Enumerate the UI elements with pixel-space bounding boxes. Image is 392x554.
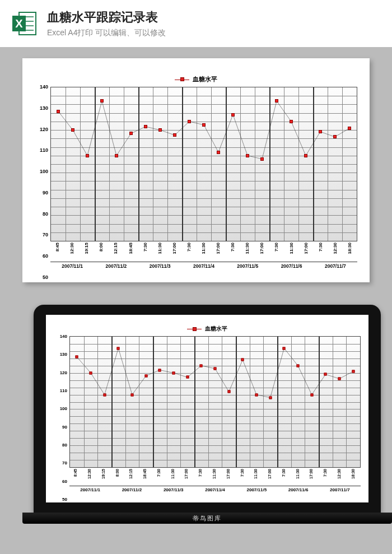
- x-group-label: 2007/11/1: [69, 486, 111, 492]
- data-marker: [319, 130, 322, 133]
- data-marker: [217, 151, 220, 154]
- x-group-label: 2007/11/7: [314, 262, 357, 269]
- page-title: 血糖水平跟踪记录表: [47, 9, 381, 26]
- x-group-label: 2007/11/3: [138, 262, 182, 269]
- x-tick: 7:30: [240, 469, 246, 477]
- x-tick: 18:30: [347, 243, 353, 254]
- x-tick: 8:45: [73, 469, 79, 477]
- y-tick: 110: [60, 388, 67, 393]
- x-tick: 18:30: [351, 469, 357, 479]
- x-tick: 8:45: [55, 243, 60, 252]
- data-marker: [324, 373, 327, 376]
- data-marker: [304, 154, 307, 157]
- legend-marker-icon: [175, 77, 189, 82]
- x-tick: 17:00: [268, 469, 273, 479]
- x-tick: 7:30: [157, 469, 162, 477]
- data-marker: [90, 371, 92, 374]
- x-tick: 17:00: [184, 469, 190, 479]
- excel-icon: X: [11, 10, 38, 37]
- data-marker: [338, 378, 341, 380]
- x-group-label: 2007/11/2: [111, 486, 152, 492]
- data-marker: [310, 393, 313, 396]
- data-marker: [214, 367, 217, 370]
- plot-main: 8:4512:3019:158:0012:1518:457:3011:3017:…: [50, 87, 357, 277]
- data-marker: [144, 125, 147, 128]
- data-line: [51, 87, 357, 241]
- data-marker: [173, 133, 176, 137]
- data-marker: [103, 393, 106, 396]
- x-tick: 11:30: [157, 243, 163, 254]
- x-tick: 11:30: [212, 469, 218, 479]
- x-tick: 19:15: [84, 243, 90, 254]
- data-marker: [117, 347, 120, 350]
- x-tick: 11:30: [245, 243, 250, 254]
- x-tick: 7:30: [186, 243, 192, 252]
- data-marker: [348, 127, 351, 130]
- x-tick: 17:00: [259, 243, 265, 254]
- data-marker: [57, 110, 60, 113]
- x-group-label: 2007/11/3: [153, 486, 194, 492]
- data-marker: [297, 364, 300, 367]
- data-marker: [255, 393, 258, 396]
- x-tick: 11:30: [289, 243, 295, 254]
- page-subtitle: Excel A4打印 可以编辑、可以修改: [47, 28, 381, 38]
- laptop-screen: 血糖水平50607080901001101201301408:4512:3019…: [46, 315, 368, 502]
- x-tick: 12:30: [337, 469, 343, 479]
- y-tick: 140: [60, 334, 67, 339]
- y-tick: 60: [62, 478, 67, 483]
- x-tick: 18:45: [128, 243, 134, 254]
- y-tick: 110: [40, 147, 48, 153]
- y-tick: 50: [43, 274, 48, 280]
- data-marker: [333, 135, 337, 138]
- x-tick: 12:30: [333, 243, 338, 254]
- y-tick: 100: [60, 406, 67, 411]
- x-tick: 11:30: [254, 469, 259, 479]
- x-tick: 7:30: [198, 469, 204, 477]
- y-tick: 100: [40, 169, 48, 174]
- x-tick: 11:30: [171, 469, 176, 479]
- data-marker: [227, 390, 230, 393]
- data-marker: [100, 99, 104, 103]
- plot-area: [69, 336, 361, 468]
- data-marker: [186, 376, 189, 379]
- y-axis: 5060708090100110120130140: [35, 87, 50, 277]
- blood-glucose-chart-small: 血糖水平50607080901001101201301408:4512:3019…: [54, 325, 361, 499]
- x-group-label: 2007/11/4: [194, 486, 236, 492]
- data-marker: [131, 393, 134, 396]
- y-tick: 120: [60, 370, 67, 375]
- data-marker: [231, 113, 235, 117]
- x-axis: 8:4512:3019:158:0012:1518:457:3011:3017:…: [50, 241, 357, 277]
- data-marker: [158, 369, 161, 371]
- data-marker: [241, 359, 244, 361]
- data-marker: [269, 396, 272, 399]
- x-group-label: 2007/11/5: [236, 486, 277, 492]
- data-marker: [202, 123, 206, 127]
- x-tick: 17:00: [309, 469, 315, 479]
- y-tick: 120: [40, 127, 48, 132]
- data-marker: [275, 99, 278, 103]
- x-tick: 11:30: [296, 469, 301, 479]
- x-tick: 7:30: [323, 469, 329, 477]
- y-tick: 80: [43, 211, 48, 217]
- x-tick: 8:00: [99, 243, 104, 252]
- y-tick: 80: [62, 443, 67, 448]
- data-marker: [352, 370, 354, 373]
- x-tick: 17:00: [172, 243, 178, 254]
- legend-label: 血糖水平: [193, 75, 217, 83]
- laptop-bezel: 血糖水平50607080901001101201301408:4512:3019…: [34, 305, 381, 513]
- legend-marker-icon: [187, 326, 202, 332]
- x-tick: 7:30: [274, 243, 279, 252]
- svg-text:X: X: [15, 17, 23, 30]
- y-tick: 90: [62, 424, 67, 429]
- header-text: 血糖水平跟踪记录表 Excel A4打印 可以编辑、可以修改: [47, 9, 381, 38]
- plot-main: 8:4512:3019:158:0012:1518:457:3011:3017:…: [69, 336, 361, 499]
- y-tick: 70: [43, 232, 48, 238]
- data-marker: [283, 347, 286, 350]
- x-group-label: 2007/11/6: [269, 262, 313, 269]
- document-preview: 血糖水平50607080901001101201301408:4512:3019…: [22, 58, 370, 282]
- x-tick: 17:00: [304, 243, 309, 254]
- x-tick: 12:30: [87, 469, 93, 479]
- y-tick: 140: [40, 84, 48, 90]
- data-marker: [172, 371, 175, 374]
- x-tick: 11:30: [201, 243, 207, 254]
